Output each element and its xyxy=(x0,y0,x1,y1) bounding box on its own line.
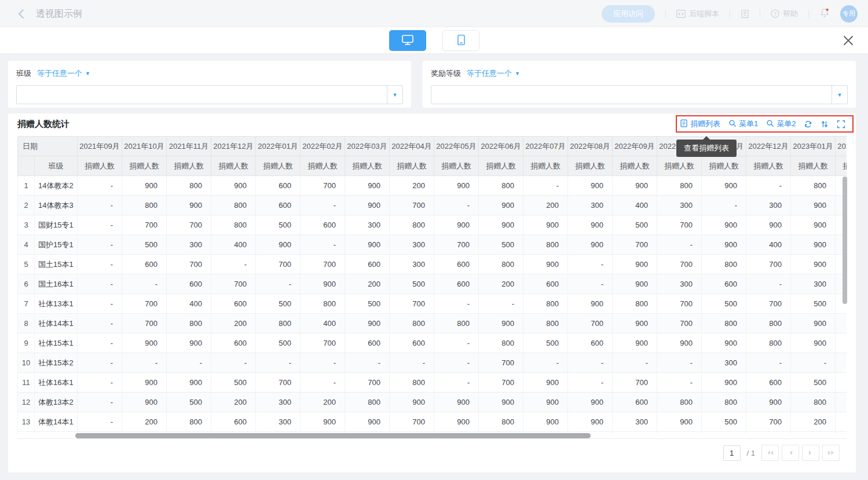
desktop-preview-button[interactable] xyxy=(389,30,426,51)
search-icon xyxy=(728,119,737,129)
reward-level-select-arrow-button[interactable]: ▼ xyxy=(832,86,847,104)
class-select[interactable]: ▼ xyxy=(16,85,403,104)
page-total-label: / 1 xyxy=(747,449,755,457)
month-column-header: 2023年01月 xyxy=(791,137,836,156)
pivot-table-scroll-area[interactable]: 日期2021年09月2021年10月2021年11月2021年12月2022年0… xyxy=(17,136,847,434)
filter-operator-dropdown[interactable]: 等于任意一个 ▼ xyxy=(467,68,520,79)
value-cell: 700 xyxy=(256,255,301,274)
menu1-button[interactable]: 菜单1 xyxy=(728,119,758,129)
back-icon[interactable] xyxy=(15,8,28,20)
next-page-button[interactable] xyxy=(802,445,819,461)
class-header: 班级 xyxy=(35,156,78,176)
value-cell: 600 xyxy=(211,294,256,314)
value-cell: 800 xyxy=(702,393,746,412)
value-cell: 400 xyxy=(301,314,345,334)
value-cell: 700 xyxy=(613,373,657,393)
caret-down-icon: ▼ xyxy=(85,71,90,76)
value-cell: 300 xyxy=(256,412,301,432)
month-column-header: 2021年10月 xyxy=(122,137,167,156)
value-cell: 800 xyxy=(345,393,390,412)
row-number-cell: 12 xyxy=(18,393,35,412)
table-row: 10社体15本2---------700----300-- xyxy=(18,353,847,373)
backend-script-label: 后端脚本 xyxy=(689,9,719,19)
value-cell: 900 xyxy=(613,176,657,196)
horizontal-scrollbar[interactable] xyxy=(75,433,591,438)
last-page-button[interactable] xyxy=(822,445,840,461)
donation-list-button[interactable]: 捐赠列表 xyxy=(680,119,720,129)
value-cell: 800 xyxy=(479,412,523,432)
class-select-input[interactable] xyxy=(17,86,387,104)
filter-operator-dropdown[interactable]: 等于任意一个 ▼ xyxy=(37,68,90,79)
class-name-cell: 社体14本1 xyxy=(35,314,78,334)
value-cell: 700 xyxy=(390,412,434,432)
value-cell: 800 xyxy=(122,196,167,215)
mobile-preview-button[interactable] xyxy=(442,30,479,51)
value-cell: 600 xyxy=(256,176,301,196)
preview-toolbar xyxy=(0,27,868,54)
help-button[interactable]: ? 帮助 xyxy=(771,9,798,19)
avatar[interactable]: 专用 xyxy=(840,5,858,23)
measure-header: 捐赠人数 xyxy=(702,156,746,176)
vertical-scrollbar[interactable] xyxy=(843,177,847,304)
value-cell: 600 xyxy=(167,274,211,294)
row-number-cell: 13 xyxy=(18,412,35,432)
value-cell: 600 xyxy=(434,255,479,274)
class-select-arrow-button[interactable]: ▼ xyxy=(387,86,402,104)
user-document-icon xyxy=(741,9,749,19)
value-cell: 900 xyxy=(568,393,613,412)
month-column-header: 2022年08月 xyxy=(568,137,613,156)
value-cell: 300 xyxy=(613,412,657,432)
class-name-cell: 社体15本1 xyxy=(35,334,78,353)
value-cell: 900 xyxy=(523,373,568,393)
value-cell: 600 xyxy=(390,334,434,353)
value-cell: 600 xyxy=(301,215,345,235)
app-access-button[interactable]: 应用访问 xyxy=(602,5,655,23)
filter-label: 奖励等级 xyxy=(431,68,461,79)
value-cell: 500 xyxy=(345,294,390,314)
previous-page-button[interactable] xyxy=(782,445,799,461)
value-cell: 700 xyxy=(301,255,345,274)
backend-script-button[interactable]: 后端脚本 xyxy=(676,9,719,19)
sort-icon[interactable] xyxy=(821,120,829,129)
value-cell: 900 xyxy=(479,393,523,412)
donation-list-label: 捐赠列表 xyxy=(690,119,720,129)
value-cell: 900 xyxy=(167,196,211,215)
class-name-cell: 社体15本2 xyxy=(35,353,78,373)
value-cell: 800 xyxy=(167,412,211,432)
measure-header: 捐赠人数 xyxy=(568,156,613,176)
value-cell: 900 xyxy=(657,412,702,432)
value-cell: 600 xyxy=(122,255,167,274)
value-cell: 500 xyxy=(523,334,568,353)
menu2-button[interactable]: 菜单2 xyxy=(766,119,796,129)
divider xyxy=(808,10,809,18)
value-cell: 500 xyxy=(256,294,301,314)
row-number-cell: 10 xyxy=(18,353,35,373)
reward-level-select-input[interactable] xyxy=(431,86,832,104)
value-cell: 700 xyxy=(390,294,434,314)
value-cell: 700 xyxy=(479,353,523,373)
value-cell: 900 xyxy=(345,235,390,255)
value-cell: - xyxy=(78,334,122,353)
value-cell: 800 xyxy=(657,176,702,196)
refresh-icon[interactable] xyxy=(804,120,812,129)
value-cell: - xyxy=(122,353,167,373)
measure-header: 捐赠人数 xyxy=(613,156,657,176)
reward-level-select[interactable]: ▼ xyxy=(431,85,848,104)
class-name-cell: 14体教本2 xyxy=(35,176,78,196)
value-cell: 500 xyxy=(791,294,836,314)
user-log-button[interactable] xyxy=(741,9,749,19)
value-cell: 900 xyxy=(523,215,568,235)
notification-bell-icon[interactable] xyxy=(819,8,830,20)
value-cell: - xyxy=(390,353,434,373)
value-cell: 500 xyxy=(613,215,657,235)
first-page-button[interactable] xyxy=(761,445,779,461)
close-icon[interactable] xyxy=(841,34,855,47)
value-cell: 900 xyxy=(613,314,657,334)
value-cell: 900 xyxy=(390,393,434,412)
fullscreen-icon[interactable] xyxy=(837,120,845,129)
page-number-input[interactable] xyxy=(723,445,741,461)
value-cell: 900 xyxy=(256,235,301,255)
value-cell: 500 xyxy=(211,373,256,393)
value-cell: - xyxy=(434,196,479,215)
value-cell: 200 xyxy=(523,196,568,215)
